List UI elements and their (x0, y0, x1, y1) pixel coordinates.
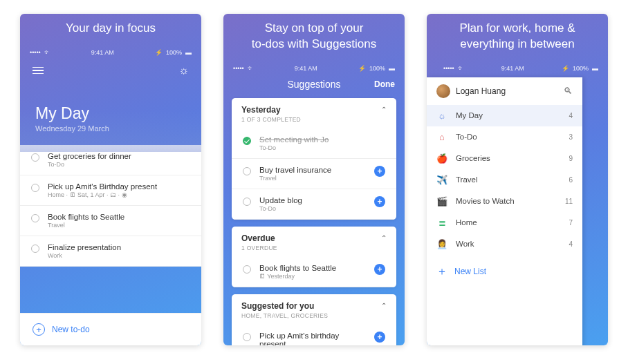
page-title: My Day (35, 104, 186, 123)
card-title: Overdue (241, 233, 275, 243)
sidebar-item[interactable]: 🍎 Groceries 9 (427, 148, 582, 169)
task-title: Pick up Amit's birthday present (259, 332, 366, 345)
phone-card-1: Your day in focus •••••ᯤ 9:41 AM ⚡100%▬ … (20, 14, 201, 345)
chevron-up-icon: ⌃ (381, 106, 387, 113)
suggestion-item[interactable]: Set meeting with Jo To-Do (232, 128, 396, 159)
card-header[interactable]: Suggested for you ⌃ (232, 294, 396, 312)
task-title: Get groceries for dinner (48, 152, 190, 160)
card-subtitle: HOME, TRAVEL, GROCERIES (232, 312, 396, 325)
plus-icon: ＋ (436, 265, 447, 279)
task-item[interactable]: Finalize presentation Work (20, 236, 201, 267)
status-bar: •••••ᯤ 9:41 AM ⚡100%▬ (20, 46, 201, 59)
item-count: 11 (565, 198, 573, 205)
card-subtitle: 1 OF 3 COMPLETED (232, 116, 396, 128)
task-sub: Travel (259, 175, 366, 182)
task-title: Book flights to Seattle (48, 213, 190, 221)
add-icon[interactable]: + (374, 332, 385, 343)
status-bar: •••••ᯤ 9:41 AM ⚡100%▬ (223, 62, 405, 75)
task-title: Buy travel insurance (259, 166, 366, 174)
phone-card-3: Plan for work, home & everything in betw… (427, 14, 608, 345)
task-sub: Home · 🗓 Sat, 1 Apr · 🗂 · ◉ (48, 191, 190, 198)
suggestions-title: Suggestions (287, 79, 340, 90)
my-day-hero: My Day Wednesday 29 March (20, 82, 201, 145)
card-title: Yesterday (241, 105, 281, 115)
task-title: Finalize presentation (48, 243, 190, 251)
task-sub: To-Do (48, 161, 190, 168)
task-title: Book flights to Seattle (259, 264, 366, 272)
task-sub: 🗓 Yesterday (259, 273, 366, 280)
phone-card-2: Stay on top of your to-dos with Suggesti… (223, 14, 405, 345)
user-profile[interactable]: Logan Huang (436, 84, 506, 98)
task-checkbox-icon[interactable] (243, 167, 251, 175)
avatar (436, 84, 450, 98)
task-list: Get groceries for dinner To-Do Pick up A… (20, 145, 201, 267)
task-checkbox-icon[interactable] (31, 245, 39, 253)
list-icon: ☼ (436, 111, 447, 121)
sidebar-item[interactable]: 🎬 Movies to Watch 11 (427, 191, 582, 212)
date-label: Wednesday 29 March (35, 124, 186, 133)
item-count: 7 (569, 219, 573, 227)
sidebar-item[interactable]: ≣ Home 7 (427, 212, 582, 233)
task-sub: Travel (48, 222, 190, 229)
chevron-up-icon: ⌃ (381, 234, 387, 242)
item-count: 3 (569, 133, 573, 141)
lightbulb-icon[interactable]: ☼ (178, 64, 189, 77)
new-list-button[interactable]: ＋ New List (427, 255, 582, 289)
task-item[interactable]: Get groceries for dinner To-Do (20, 145, 201, 175)
item-count: 4 (569, 240, 573, 248)
task-sub: Work (48, 252, 190, 259)
status-bar: •••••ᯤ 9:41 AM ⚡100%▬ (427, 62, 608, 75)
item-count: 6 (569, 176, 573, 184)
search-icon[interactable]: 🔍︎ (564, 86, 573, 96)
marketing-title-3: Plan for work, home & everything in betw… (427, 14, 608, 62)
sidebar-item-label: To-Do (456, 133, 477, 141)
add-icon[interactable]: + (374, 196, 385, 207)
sidebar-item-label: Travel (456, 175, 478, 184)
task-checkbox-icon[interactable] (243, 198, 251, 206)
task-title: Set meeting with Jo (259, 135, 385, 144)
marketing-title-1: Your day in focus (20, 14, 201, 46)
task-checkbox-icon[interactable] (31, 153, 39, 162)
item-count: 4 (569, 112, 573, 119)
sidebar-item[interactable]: ✈️ Travel 6 (427, 169, 582, 191)
item-count: 9 (569, 155, 573, 162)
sidebar-item[interactable]: ⌂ To-Do 3 (427, 126, 582, 148)
add-icon[interactable]: + (374, 166, 385, 177)
card-header[interactable]: Yesterday ⌃ (232, 98, 396, 116)
sidebar-item-label: Home (456, 218, 477, 227)
task-title: Update blog (259, 196, 366, 204)
task-checkbox-icon[interactable] (31, 214, 39, 222)
task-checkbox-icon[interactable] (243, 333, 251, 341)
task-checkbox-icon[interactable] (31, 184, 39, 192)
task-sub: To-Do (259, 205, 366, 212)
add-icon[interactable]: + (374, 264, 385, 275)
sidebar-item-label: Movies to Watch (456, 197, 515, 205)
suggestion-item[interactable]: Buy travel insurance Travel + (232, 159, 396, 189)
task-item[interactable]: Pick up Amit's Birthday present Home · 🗓… (20, 175, 201, 206)
task-checkbox-icon[interactable] (243, 265, 251, 274)
list-icon: ✈️ (436, 175, 447, 185)
card-header[interactable]: Overdue ⌃ (232, 227, 396, 245)
sidebar-item[interactable]: ☼ My Day 4 (427, 105, 582, 126)
suggestion-item[interactable]: Book flights to Seattle 🗓 Yesterday + (232, 257, 396, 287)
plus-icon: + (33, 323, 45, 336)
sidebar-panel: Logan Huang 🔍︎ ☼ My Day 4⌂ To-Do 3🍎 Groc… (427, 77, 582, 345)
suggestion-item[interactable]: Pick up Amit's birthday present Home · 🗓… (232, 325, 396, 345)
list-icon: 👩‍💼 (436, 239, 447, 249)
suggestion-item[interactable]: Update blog To-Do + (232, 189, 396, 220)
task-checkbox-icon[interactable] (243, 137, 251, 145)
list-icon: ≣ (436, 218, 447, 228)
marketing-title-2: Stay on top of your to-dos with Suggesti… (223, 14, 405, 62)
suggestion-card: Overdue ⌃ 1 OVERDUE Book flights to Seat… (232, 227, 396, 287)
task-item[interactable]: Book flights to Seattle Travel (20, 206, 201, 236)
list-icon: 🎬 (436, 196, 447, 207)
done-button[interactable]: Done (374, 79, 395, 89)
menu-icon[interactable] (33, 67, 44, 75)
list-icon: 🍎 (436, 153, 447, 164)
suggestion-card: Suggested for you ⌃ HOME, TRAVEL, GROCER… (232, 294, 396, 345)
card-title: Suggested for you (241, 301, 314, 311)
task-sub: To-Do (259, 144, 385, 151)
sidebar-item[interactable]: 👩‍💼 Work 4 (427, 233, 582, 255)
new-todo-button[interactable]: + New to-do (20, 313, 201, 345)
task-title: Pick up Amit's Birthday present (48, 182, 190, 191)
